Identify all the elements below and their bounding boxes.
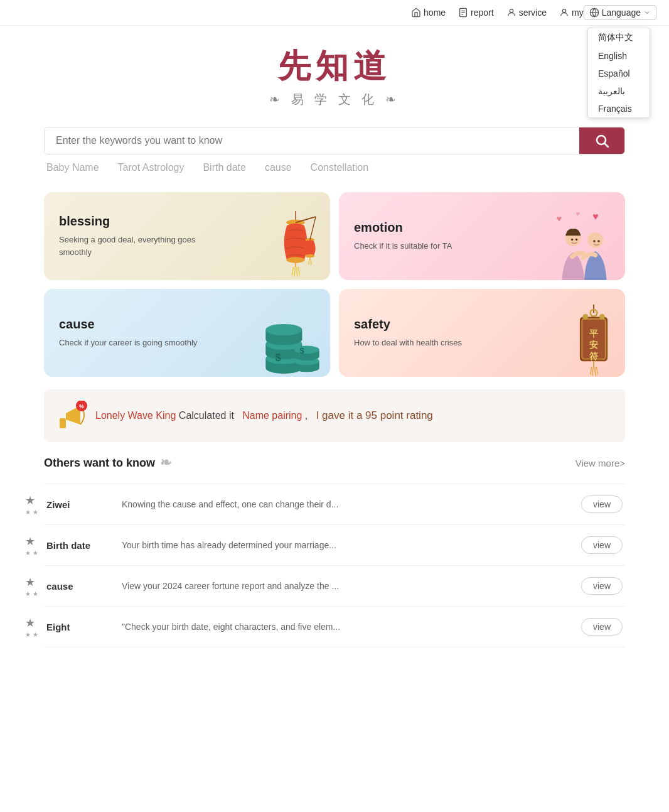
svg-text:安: 安 bbox=[589, 340, 598, 350]
lang-option-es[interactable]: Español bbox=[588, 65, 650, 82]
svg-text:♥: ♥ bbox=[576, 210, 580, 217]
view-button-ziwei[interactable]: view bbox=[581, 495, 623, 513]
svg-text:♥: ♥ bbox=[592, 211, 598, 222]
category-cards: blessing Seeking a good deal, everything… bbox=[0, 180, 669, 389]
svg-line-21 bbox=[308, 261, 309, 264]
card-cause-desc: Check if your career is going smoothly bbox=[59, 337, 213, 349]
card-emotion-desc: Check if it is suitable for TA bbox=[354, 240, 508, 252]
svg-text:$: $ bbox=[300, 346, 304, 355]
others-header: Others want to know ❧ View more> bbox=[44, 455, 625, 471]
search-bar bbox=[44, 127, 625, 154]
card-blessing-image bbox=[267, 205, 324, 280]
svg-point-19 bbox=[306, 254, 315, 258]
search-tag-constellation[interactable]: Constellation bbox=[311, 162, 369, 173]
nav-home[interactable]: home bbox=[411, 8, 446, 18]
svg-line-23 bbox=[311, 261, 312, 264]
language-dropdown: 简体中文 English Español بالعربية Français bbox=[587, 28, 650, 118]
search-tag-babyname[interactable]: Baby Name bbox=[46, 162, 99, 173]
nav-service[interactable]: service bbox=[506, 8, 547, 18]
svg-line-14 bbox=[292, 267, 294, 276]
lang-option-en[interactable]: English bbox=[588, 47, 650, 65]
svg-point-60 bbox=[582, 314, 588, 320]
promo-result: I gave it a 95 point rating bbox=[316, 409, 433, 421]
svg-line-9 bbox=[605, 144, 609, 148]
lang-option-zh[interactable]: 简体中文 bbox=[588, 28, 650, 47]
language-button[interactable]: Language bbox=[584, 5, 656, 20]
svg-point-31 bbox=[571, 239, 574, 241]
promo-separator: , bbox=[305, 410, 308, 421]
view-button-eight[interactable]: view bbox=[581, 618, 623, 636]
svg-line-16 bbox=[297, 267, 297, 277]
search-icon bbox=[594, 133, 609, 148]
svg-line-64 bbox=[592, 367, 593, 376]
promo-banner: % Lonely Wave King Calculated it Name pa… bbox=[44, 389, 625, 442]
search-tag-tarot[interactable]: Tarot Astrology bbox=[118, 162, 185, 173]
others-list: ★ ★ ★ Ziwei Knowing the cause and effect… bbox=[44, 484, 625, 647]
svg-line-24 bbox=[296, 217, 316, 222]
view-button-cause[interactable]: view bbox=[581, 577, 623, 595]
svg-point-5 bbox=[562, 9, 565, 13]
svg-text:$: $ bbox=[276, 352, 281, 363]
svg-point-61 bbox=[599, 314, 605, 320]
search-input[interactable] bbox=[45, 127, 579, 154]
svg-text:符: 符 bbox=[589, 351, 599, 361]
card-blessing[interactable]: blessing Seeking a good deal, everything… bbox=[44, 192, 330, 280]
others-title: Others want to know ❧ bbox=[44, 455, 171, 471]
svg-line-63 bbox=[591, 367, 592, 374]
svg-line-66 bbox=[596, 367, 597, 374]
promo-text: Lonely Wave King Calculated it Name pair… bbox=[95, 409, 433, 422]
lang-option-fr[interactable]: Français bbox=[588, 100, 650, 117]
item-desc-cause: View your 2024 career fortune report and… bbox=[109, 581, 581, 591]
nav-report[interactable]: report bbox=[458, 8, 494, 18]
star-decoration: ★ ★ ★ bbox=[25, 534, 38, 556]
card-cause[interactable]: cause Check if your career is going smoo… bbox=[44, 289, 330, 377]
item-desc-ziwei: Knowing the cause and effect, one can ch… bbox=[109, 499, 581, 509]
svg-text:%: % bbox=[79, 403, 84, 409]
item-category-eight: Eight bbox=[46, 622, 109, 632]
promo-product: Name pairing bbox=[242, 410, 302, 421]
item-category-birthdate: Birth date bbox=[46, 540, 109, 551]
nav-my[interactable]: my bbox=[559, 8, 584, 18]
svg-line-15 bbox=[294, 267, 295, 277]
svg-point-34 bbox=[597, 240, 600, 242]
item-category-ziwei: Ziwei bbox=[46, 499, 109, 510]
list-item: ★ ★ ★ cause View your 2024 career fortun… bbox=[44, 566, 625, 607]
promo-megaphone-icon: % bbox=[56, 401, 87, 431]
star-decoration: ★ ★ ★ bbox=[25, 575, 38, 597]
card-safety-desc: How to deal with health crises bbox=[354, 337, 508, 349]
promo-user: Lonely Wave King bbox=[95, 410, 176, 421]
card-cause-image: $ $ bbox=[261, 301, 324, 377]
svg-point-12 bbox=[286, 257, 304, 263]
svg-line-25 bbox=[310, 217, 316, 240]
search-tag-cause[interactable]: cause bbox=[265, 162, 292, 173]
svg-rect-67 bbox=[60, 418, 66, 428]
svg-text:♥: ♥ bbox=[557, 214, 562, 224]
card-emotion-image: ♥ ♥ ♥ bbox=[550, 205, 619, 280]
view-button-birthdate[interactable]: view bbox=[581, 536, 623, 554]
search-tags: Baby Name Tarot Astrology Birth date cau… bbox=[44, 154, 625, 173]
cloud-decoration: ❧ bbox=[160, 455, 171, 471]
lang-option-ar[interactable]: بالعربية bbox=[588, 82, 650, 100]
search-section: Baby Name Tarot Astrology Birth date cau… bbox=[0, 114, 669, 180]
search-button[interactable] bbox=[579, 127, 624, 154]
site-header: 先知道 ❧ 易 学 文 化 ❧ bbox=[0, 26, 669, 114]
list-item: ★ ★ ★ Ziwei Knowing the cause and effect… bbox=[44, 484, 625, 525]
svg-line-17 bbox=[299, 267, 300, 276]
card-safety-image: 平 安 符 bbox=[569, 301, 619, 377]
card-emotion[interactable]: emotion Check if it is suitable for TA ♥… bbox=[339, 192, 625, 280]
svg-point-32 bbox=[575, 239, 578, 241]
svg-point-43 bbox=[265, 324, 302, 335]
svg-point-49 bbox=[294, 345, 319, 354]
svg-point-30 bbox=[587, 232, 603, 248]
svg-line-65 bbox=[595, 367, 596, 376]
search-tag-birthdate[interactable]: Birth date bbox=[203, 162, 245, 173]
item-desc-eight: "Check your birth date, eight characters… bbox=[109, 622, 581, 632]
svg-text:平: 平 bbox=[589, 328, 599, 338]
view-more-link[interactable]: View more> bbox=[575, 458, 625, 468]
others-section: Others want to know ❧ View more> ★ ★ ★ Z… bbox=[44, 455, 625, 647]
item-desc-birthdate: Your birth time has already determined y… bbox=[109, 540, 581, 550]
site-subtitle: ❧ 易 学 文 化 ❧ bbox=[13, 91, 656, 108]
card-safety[interactable]: safety How to deal with health crises 平 … bbox=[339, 289, 625, 377]
svg-point-33 bbox=[593, 240, 596, 242]
site-title: 先知道 bbox=[13, 45, 656, 89]
